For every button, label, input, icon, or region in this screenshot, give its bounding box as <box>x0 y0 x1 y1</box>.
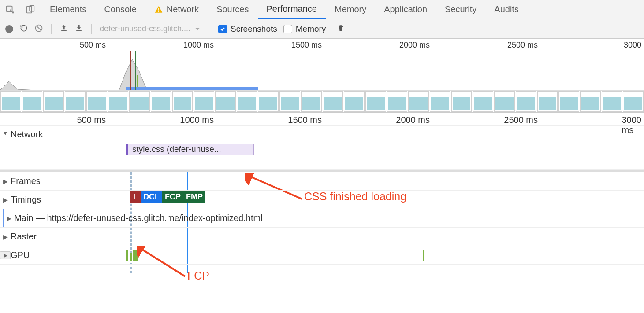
screenshot-filmstrip[interactable] <box>0 91 644 113</box>
frames-track[interactable]: ▶ Frames <box>0 172 644 191</box>
overview-range-bar <box>126 87 258 90</box>
inspect-icon[interactable] <box>0 0 20 19</box>
ruler-tick: 2000 ms <box>399 41 430 50</box>
filmstrip-frame[interactable] <box>344 91 365 112</box>
delete-icon[interactable] <box>336 24 345 34</box>
tab-elements[interactable]: Elements <box>41 0 95 19</box>
expand-arrow-icon[interactable]: ▶ <box>0 196 11 203</box>
filmstrip-frame[interactable] <box>430 91 450 112</box>
filmstrip-frame[interactable] <box>623 91 644 112</box>
dcl-marker-line <box>135 51 136 90</box>
gpu-activity-bar <box>423 250 424 261</box>
ruler-tick: 1500 ms <box>288 115 322 125</box>
filmstrip-frame[interactable] <box>65 91 86 112</box>
dropdown-label: defer-unused-css.glitch.... <box>100 24 190 33</box>
filmstrip-frame[interactable] <box>580 91 601 112</box>
memory-label: Memory <box>296 24 326 34</box>
checkbox-checked-icon <box>218 25 227 33</box>
timings-track[interactable]: ▶ Timings LDCLFCPFMP <box>0 191 644 209</box>
warning-icon <box>154 5 163 14</box>
filmstrip-frame[interactable] <box>22 91 43 112</box>
filmstrip-frame[interactable] <box>537 91 558 112</box>
gpu-track[interactable]: ▶ GPU <box>0 246 644 265</box>
memory-checkbox[interactable]: Memory <box>283 24 326 34</box>
filmstrip-frame[interactable] <box>473 91 493 112</box>
filmstrip-frame[interactable] <box>279 91 300 112</box>
filmstrip-frame[interactable] <box>323 91 343 112</box>
filmstrip-frame[interactable] <box>194 91 214 112</box>
expand-arrow-icon[interactable]: ▶ <box>0 178 11 185</box>
tab-console[interactable]: Console <box>95 0 145 19</box>
filmstrip-frame[interactable] <box>408 91 429 112</box>
tab-label: Memory <box>335 4 366 15</box>
overview-ruler[interactable]: 500 ms1000 ms1500 ms2000 ms2500 ms3000 <box>0 39 644 51</box>
timing-badge-l[interactable]: L <box>130 191 141 203</box>
devtools-tabs: ElementsConsoleNetworkSourcesPerformance… <box>0 0 644 19</box>
main-track[interactable]: ▶ Main — https://defer-unused-css.glitch… <box>0 209 644 228</box>
device-toggle-icon[interactable] <box>20 0 41 19</box>
filmstrip-frame[interactable] <box>516 91 536 112</box>
svg-rect-3 <box>158 8 159 10</box>
filmstrip-frame[interactable] <box>215 91 236 112</box>
timings-track-label: Timings <box>11 195 41 205</box>
timing-badge-fmp[interactable]: FMP <box>183 191 205 203</box>
timing-badges: LDCLFCPFMP <box>130 191 205 203</box>
divider <box>91 24 92 34</box>
chevron-down-icon <box>193 25 202 33</box>
ruler-tick: 3000 <box>624 41 641 50</box>
filmstrip-frame[interactable] <box>301 91 322 112</box>
tab-security[interactable]: Security <box>436 0 485 19</box>
filmstrip-frame[interactable] <box>602 91 622 112</box>
network-request-label: style.css (defer-unuse... <box>132 144 221 154</box>
ruler-tick: 2500 ms <box>504 115 538 125</box>
screenshots-checkbox[interactable]: Screenshots <box>218 24 277 34</box>
reload-icon[interactable] <box>19 24 28 34</box>
filmstrip-frame[interactable] <box>172 91 193 112</box>
tab-memory[interactable]: Memory <box>326 0 375 19</box>
filmstrip-frame[interactable] <box>151 91 171 112</box>
filmstrip-frame[interactable] <box>387 91 408 112</box>
record-button[interactable] <box>5 25 13 33</box>
upload-icon[interactable] <box>60 24 68 34</box>
timing-badge-fcp[interactable]: FCP <box>162 191 183 203</box>
filmstrip-frame[interactable] <box>43 91 64 112</box>
performance-toolbar: defer-unused-css.glitch.... Screenshots … <box>0 19 644 39</box>
filmstrip-frame[interactable] <box>451 91 472 112</box>
filmstrip-frame[interactable] <box>365 91 386 112</box>
filmstrip-frame[interactable] <box>258 91 279 112</box>
detail-ruler[interactable]: 500 ms1000 ms1500 ms2000 ms2500 ms3000 m… <box>0 113 644 126</box>
ruler-tick: 2500 ms <box>507 41 538 50</box>
expand-arrow-icon[interactable]: ▶ <box>0 233 11 240</box>
gpu-track-label: GPU <box>11 250 30 260</box>
network-track[interactable]: ▼ Network style.css (defer-unuse... <box>0 126 644 170</box>
main-track-label: Main — https://defer-unused-css.glitch.m… <box>14 213 263 223</box>
filmstrip-frame[interactable] <box>108 91 129 112</box>
collapse-arrow-icon[interactable]: ▼ <box>0 129 11 136</box>
filmstrip-frame[interactable] <box>494 91 515 112</box>
tab-label: Console <box>104 4 136 15</box>
tab-sources[interactable]: Sources <box>208 0 257 19</box>
frames-track-label: Frames <box>11 176 41 186</box>
tab-performance[interactable]: Performance <box>258 0 326 19</box>
recording-selector[interactable]: defer-unused-css.glitch.... <box>100 24 202 33</box>
tab-application[interactable]: Application <box>375 0 436 19</box>
overview-graph[interactable] <box>0 51 644 91</box>
download-icon[interactable] <box>74 24 83 34</box>
upper-tracks: ▼ Network style.css (defer-unuse... <box>0 126 644 170</box>
tab-network[interactable]: Network <box>145 0 208 19</box>
clear-icon[interactable] <box>34 24 43 34</box>
raster-track[interactable]: ▶ Raster <box>0 228 644 246</box>
timing-badge-dcl[interactable]: DCL <box>141 191 162 203</box>
tab-label: Network <box>167 4 199 15</box>
filmstrip-frame[interactable] <box>129 91 150 112</box>
tab-label: Application <box>384 4 427 15</box>
filmstrip-frame[interactable] <box>86 91 107 112</box>
tab-label: Audits <box>494 4 519 15</box>
network-request-block[interactable]: style.css (defer-unuse... <box>126 144 254 155</box>
filmstrip-frame[interactable] <box>558 91 579 112</box>
expand-arrow-icon[interactable]: ▶ <box>0 251 11 259</box>
expand-arrow-icon[interactable]: ▶ <box>4 215 14 222</box>
filmstrip-frame[interactable] <box>0 91 21 112</box>
filmstrip-frame[interactable] <box>237 91 257 112</box>
tab-audits[interactable]: Audits <box>485 0 528 19</box>
